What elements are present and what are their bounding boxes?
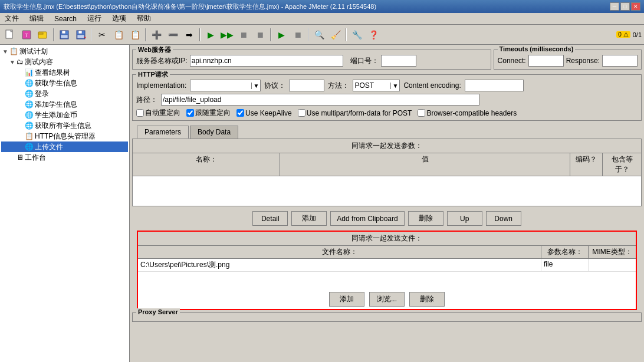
sidebar-item-test-content[interactable]: ▼ 🗂 测试内容 (1, 57, 128, 67)
toolbar-sep2 (91, 28, 92, 41)
toolbar-sep4 (199, 28, 201, 41)
delete-param-button[interactable]: 删除 (408, 211, 443, 226)
cb-keepalive[interactable]: Use KeepAlive (236, 109, 292, 117)
delete-file-button[interactable]: 删除 (409, 292, 445, 307)
toolbar-save-button[interactable] (57, 27, 72, 42)
server-ip-input[interactable] (190, 55, 343, 67)
menu-help[interactable]: 帮助 (134, 14, 153, 24)
proxy-server-section: Proxy Server (132, 312, 642, 322)
toolbar-start-button[interactable]: ▶ (203, 27, 218, 42)
cb-multipart[interactable]: Use multipart/form-data for POST (298, 109, 412, 117)
toolbar-new-button[interactable] (2, 27, 18, 42)
title-text: 获取学生信息.jmx (E:\besttest\python\python自动化… (4, 2, 376, 11)
menu-run[interactable]: 运行 (85, 14, 104, 24)
toolbar-templates-button[interactable]: T (19, 27, 34, 42)
method-select[interactable]: POST ▼ (353, 80, 400, 91)
sidebar-item-workbench[interactable]: 🖥 工作台 (1, 152, 128, 163)
files-col-mime: MIME类型： (589, 246, 636, 258)
toolbar-cut-button[interactable]: ✂ (94, 27, 110, 42)
encoding-input[interactable] (465, 80, 524, 91)
toolbar-start-nopause-button[interactable]: ▶▶ (219, 27, 235, 42)
sidebar-item-result-tree[interactable]: 📊 查看结果树 (1, 67, 128, 78)
tree-icon-test-content: 🗂 (17, 58, 24, 66)
proxy-label: Proxy Server (136, 308, 180, 315)
toolbar-analyze-button[interactable]: 🔍 (311, 27, 327, 42)
svg-rect-8 (61, 35, 68, 38)
files-row[interactable]: C:\Users\pei\Pictures\测.png file (138, 259, 636, 272)
content-area: Web服务器 服务器名称或IP: 端口号： Timeouts (millisec… (130, 45, 644, 362)
add-param-button[interactable]: 添加 (291, 211, 327, 226)
tree-icon-login: 🌐 (25, 90, 34, 98)
sidebar-item-upload[interactable]: 🌐 上传文件 (1, 141, 128, 152)
add-clipboard-button[interactable]: Add from Clipboard (330, 211, 404, 226)
toolbar-paste-button[interactable]: 📋 (127, 27, 143, 42)
cb-follow-redirect-input[interactable] (186, 109, 194, 117)
toolbar-sep6 (308, 28, 309, 41)
toolbar-collapse-button[interactable]: ➖ (165, 27, 180, 42)
method-dropdown-icon[interactable]: ▼ (390, 83, 399, 89)
down-param-button[interactable]: Down (486, 211, 521, 226)
toolbar-expand-button[interactable]: ➕ (149, 27, 164, 42)
files-col-param: 参数名称： (541, 246, 589, 258)
up-param-button[interactable]: Up (447, 211, 482, 226)
toolbar-remote-stop-button[interactable]: ⏹ (290, 27, 305, 42)
cb-follow-redirect[interactable]: 跟随重定向 (186, 108, 231, 118)
cb-browser-compat-input[interactable] (418, 109, 425, 117)
cb-browser-compat[interactable]: Browser-compatible headers (418, 109, 517, 117)
impl-dropdown-icon[interactable]: ▼ (251, 83, 260, 89)
port-input[interactable] (381, 55, 416, 67)
menu-search[interactable]: Search (52, 15, 79, 23)
col-encode: 编码？ (570, 153, 603, 176)
path-label: 路径： (136, 95, 157, 105)
cb-auto-redirect-input[interactable] (136, 109, 144, 117)
menu-edit[interactable]: 编辑 (27, 14, 46, 24)
sidebar-item-get-student[interactable]: 🌐 获取学生信息 (1, 78, 128, 88)
toolbar-clear-button[interactable]: 🧹 (328, 27, 343, 42)
sidebar-item-http-header[interactable]: 📋 HTTP信息头管理器 (1, 131, 128, 141)
expand-icon-test-content[interactable]: ▼ (9, 59, 17, 65)
cb-keepalive-input[interactable] (236, 109, 244, 117)
toolbar-copy-button[interactable]: 📋 (111, 27, 126, 42)
tabs-bar: Parameters Body Data (132, 123, 642, 139)
toolbar-help-button[interactable]: ❓ (366, 27, 381, 42)
connect-input[interactable] (528, 55, 564, 67)
impl-select[interactable]: ▼ (190, 80, 261, 91)
sidebar-item-test-plan[interactable]: ▼ 📋 测试计划 (1, 46, 128, 57)
sidebar-item-add-coins[interactable]: 🌐 学生添加金币 (1, 110, 128, 120)
add-file-button[interactable]: 添加 (329, 292, 364, 307)
sidebar: ▼ 📋 测试计划 ▼ 🗂 测试内容 📊 查看结果树 🌐 获取学生信息 🌐 登录 (0, 45, 130, 362)
minimize-button[interactable]: ─ (610, 2, 619, 11)
tree-icon-getall: 🌐 (25, 121, 34, 130)
toolbar-remote-start-button[interactable]: ▶ (274, 27, 289, 42)
sidebar-item-add-student[interactable]: 🌐 添加学生信息 (1, 99, 128, 110)
expand-icon-test-plan[interactable]: ▼ (2, 48, 9, 55)
toolbar-saveas-button[interactable]: + (73, 27, 88, 42)
toolbar-sep5 (270, 28, 271, 41)
browse-file-button[interactable]: 浏览... (369, 292, 405, 307)
cb-multipart-input[interactable] (298, 109, 305, 117)
toolbar-open-button[interactable] (35, 27, 51, 42)
close-button[interactable]: ✕ (631, 2, 640, 11)
path-input[interactable] (161, 94, 479, 106)
tree-icon-get: 🌐 (25, 79, 34, 87)
protocol-label: 协议： (264, 81, 285, 91)
toolbar-shutdown-button[interactable]: ⏹ (252, 27, 268, 42)
sidebar-item-login[interactable]: 🌐 登录 (1, 88, 128, 99)
menu-file[interactable]: 文件 (2, 14, 21, 24)
maximize-button[interactable]: □ (620, 2, 630, 11)
web-server-label: Web服务器 (136, 45, 173, 54)
detail-button[interactable]: Detail (252, 211, 288, 226)
tab-parameters[interactable]: Parameters (137, 126, 189, 139)
menu-options[interactable]: 选项 (110, 14, 129, 24)
toolbar-stop-button[interactable]: ⏹ (236, 27, 251, 42)
response-input[interactable] (602, 55, 638, 67)
cb-auto-redirect[interactable]: 自动重定向 (136, 108, 180, 118)
sidebar-item-get-all[interactable]: 🌐 获取所有学生信息 (1, 120, 128, 131)
toolbar-toggle-button[interactable]: ➡ (182, 27, 197, 42)
protocol-input[interactable] (289, 80, 324, 91)
tab-body-data[interactable]: Body Data (190, 126, 238, 139)
svg-text:+: + (84, 35, 86, 40)
files-columns: 文件名称： 参数名称： MIME类型： (138, 246, 636, 259)
toolbar-function-button[interactable]: 🔧 (349, 27, 364, 42)
tree-icon-add: 🌐 (25, 100, 34, 108)
